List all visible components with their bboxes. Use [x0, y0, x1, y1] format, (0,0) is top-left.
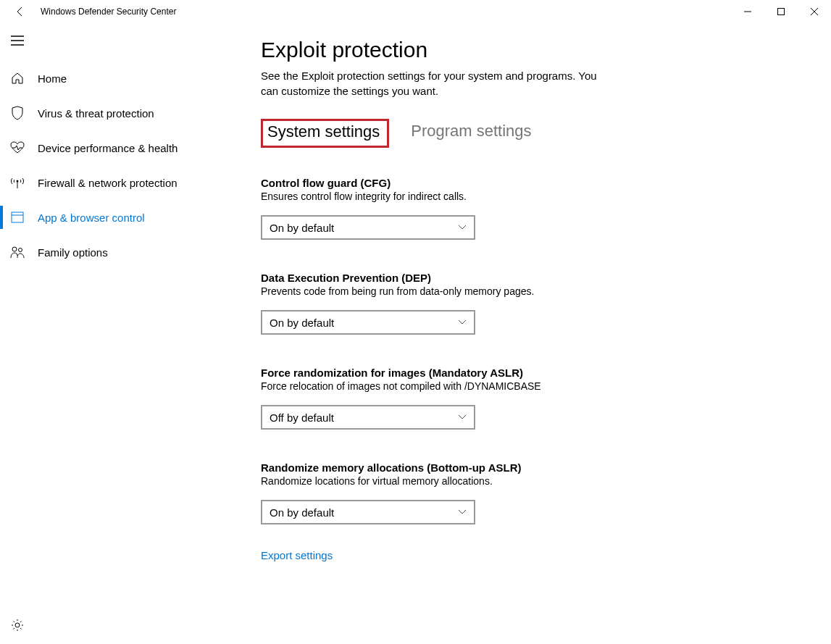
page-description: See the Exploit protection settings for … — [261, 68, 609, 99]
settings-button[interactable] — [6, 614, 29, 637]
sidebar-item-family[interactable]: Family options — [0, 235, 232, 269]
tab-bar: System settings Program settings — [261, 119, 802, 148]
chevron-down-icon — [458, 224, 467, 232]
hamburger-menu[interactable] — [0, 23, 35, 58]
back-button[interactable] — [6, 0, 35, 23]
sidebar-item-label: Virus & threat protection — [38, 107, 154, 120]
setting-title: Randomize memory allocations (Bottom-up … — [261, 461, 802, 474]
dropdown-value: On by default — [270, 317, 334, 329]
sidebar-item-label: Family options — [38, 246, 108, 259]
dropdown-bottomup-aslr[interactable]: On by default — [261, 500, 475, 524]
sidebar: Home Virus & threat protection Device pe… — [0, 23, 232, 644]
shield-icon — [10, 106, 25, 120]
sidebar-item-label: App & browser control — [38, 212, 145, 224]
sidebar-item-app-browser[interactable]: App & browser control — [0, 200, 232, 235]
heart-icon — [10, 141, 25, 155]
dropdown-cfg[interactable]: On by default — [261, 215, 475, 240]
chevron-down-icon — [458, 509, 467, 517]
chevron-down-icon — [458, 319, 467, 327]
svg-point-8 — [12, 247, 17, 251]
window-title: Windows Defender Security Center — [41, 7, 176, 17]
sidebar-item-label: Home — [38, 72, 67, 85]
minimize-button[interactable] — [731, 0, 764, 23]
chevron-down-icon — [458, 414, 467, 422]
setting-description: Prevents code from being run from data-o… — [261, 285, 802, 297]
setting-description: Randomize locations for virtual memory a… — [261, 475, 802, 487]
main-content: Exploit protection See the Exploit prote… — [232, 23, 831, 644]
setting-description: Force relocation of images not compiled … — [261, 380, 802, 392]
sidebar-item-home[interactable]: Home — [0, 61, 232, 96]
svg-point-10 — [15, 623, 20, 627]
maximize-button[interactable] — [764, 0, 798, 23]
sidebar-item-label: Firewall & network protection — [38, 177, 178, 189]
setting-dep: Data Execution Prevention (DEP) Prevents… — [261, 272, 802, 335]
svg-rect-6 — [12, 212, 23, 222]
export-settings-link[interactable]: Export settings — [261, 549, 802, 561]
svg-rect-1 — [778, 9, 785, 15]
svg-point-5 — [17, 180, 19, 183]
dropdown-value: On by default — [270, 222, 334, 234]
titlebar: Windows Defender Security Center — [0, 0, 831, 23]
dropdown-value: On by default — [270, 506, 334, 519]
gear-icon — [11, 619, 24, 632]
home-icon — [10, 71, 25, 85]
sidebar-item-device[interactable]: Device performance & health — [0, 130, 232, 165]
window-controls — [731, 0, 831, 23]
tab-system-settings[interactable]: System settings — [261, 119, 389, 148]
setting-description: Ensures control flow integrity for indir… — [261, 191, 802, 202]
setting-cfg: Control flow guard (CFG) Ensures control… — [261, 177, 802, 240]
dropdown-mandatory-aslr[interactable]: Off by default — [261, 405, 475, 430]
page-title: Exploit protection — [261, 38, 802, 62]
browser-icon — [10, 210, 25, 225]
svg-point-9 — [19, 248, 22, 252]
tab-program-settings[interactable]: Program settings — [406, 119, 535, 148]
sidebar-item-label: Device performance & health — [38, 142, 178, 154]
close-button[interactable] — [798, 0, 831, 23]
setting-title: Control flow guard (CFG) — [261, 177, 802, 189]
setting-bottomup-aslr: Randomize memory allocations (Bottom-up … — [261, 461, 802, 524]
setting-title: Force randomization for images (Mandator… — [261, 367, 802, 379]
dropdown-value: Off by default — [270, 411, 334, 424]
setting-mandatory-aslr: Force randomization for images (Mandator… — [261, 367, 802, 430]
setting-title: Data Execution Prevention (DEP) — [261, 272, 802, 284]
dropdown-dep[interactable]: On by default — [261, 310, 475, 335]
sidebar-item-virus[interactable]: Virus & threat protection — [0, 96, 232, 130]
family-icon — [10, 245, 25, 259]
antenna-icon — [10, 175, 25, 190]
sidebar-item-firewall[interactable]: Firewall & network protection — [0, 165, 232, 200]
